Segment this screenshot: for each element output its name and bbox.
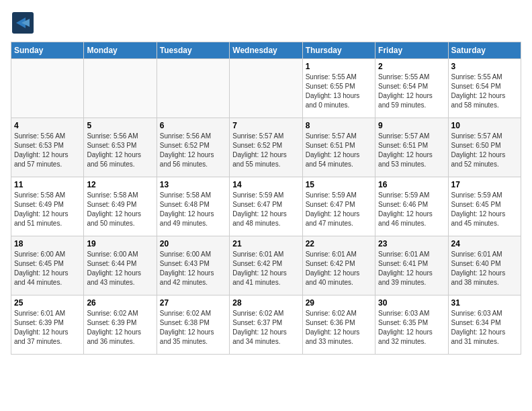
day-number: 30 [378, 298, 445, 308]
day-info: Sunrise: 5:57 AM Sunset: 6:50 PM Dayligh… [451, 132, 518, 169]
day-info: Sunrise: 6:00 AM Sunset: 6:44 PM Dayligh… [87, 250, 153, 287]
day-info: Sunrise: 5:59 AM Sunset: 6:47 PM Dayligh… [232, 191, 299, 228]
day-number: 10 [451, 121, 518, 130]
day-info: Sunrise: 6:00 AM Sunset: 6:43 PM Dayligh… [160, 250, 226, 287]
day-info: Sunrise: 5:57 AM Sunset: 6:51 PM Dayligh… [378, 132, 445, 169]
calendar-cell: 30Sunrise: 6:03 AM Sunset: 6:35 PM Dayli… [375, 295, 448, 355]
calendar-cell: 18Sunrise: 6:00 AM Sunset: 6:45 PM Dayli… [11, 236, 84, 295]
day-number: 21 [232, 239, 299, 248]
day-info: Sunrise: 6:03 AM Sunset: 6:35 PM Dayligh… [378, 309, 445, 347]
day-number: 31 [451, 298, 518, 308]
day-header-monday: Monday [84, 42, 157, 59]
day-number: 27 [160, 298, 226, 308]
day-info: Sunrise: 6:01 AM Sunset: 6:39 PM Dayligh… [14, 309, 81, 347]
day-number: 9 [378, 121, 445, 130]
day-info: Sunrise: 5:59 AM Sunset: 6:47 PM Dayligh… [306, 191, 372, 228]
calendar-cell: 21Sunrise: 6:01 AM Sunset: 6:42 PM Dayli… [230, 236, 302, 295]
calendar-cell: 2Sunrise: 5:55 AM Sunset: 6:54 PM Daylig… [375, 59, 448, 118]
day-header-sunday: Sunday [11, 42, 84, 59]
day-number: 7 [232, 121, 299, 130]
calendar-cell: 14Sunrise: 5:59 AM Sunset: 6:47 PM Dayli… [230, 177, 302, 236]
calendar-week-3: 11Sunrise: 5:58 AM Sunset: 6:49 PM Dayli… [11, 177, 521, 236]
day-header-friday: Friday [375, 42, 448, 59]
calendar-cell: 11Sunrise: 5:58 AM Sunset: 6:49 PM Dayli… [11, 177, 84, 236]
calendar-cell: 12Sunrise: 5:58 AM Sunset: 6:49 PM Dayli… [84, 177, 157, 236]
calendar-cell: 3Sunrise: 5:55 AM Sunset: 6:54 PM Daylig… [448, 59, 521, 118]
calendar-cell: 5Sunrise: 5:56 AM Sunset: 6:53 PM Daylig… [84, 118, 157, 177]
day-header-wednesday: Wednesday [230, 42, 302, 59]
calendar-week-4: 18Sunrise: 6:00 AM Sunset: 6:45 PM Dayli… [11, 236, 521, 295]
day-number: 2 [378, 62, 445, 71]
day-number: 8 [306, 121, 372, 130]
calendar-cell: 26Sunrise: 6:02 AM Sunset: 6:39 PM Dayli… [84, 295, 157, 355]
day-info: Sunrise: 5:55 AM Sunset: 6:54 PM Dayligh… [378, 73, 445, 110]
day-info: Sunrise: 6:00 AM Sunset: 6:45 PM Dayligh… [14, 250, 81, 287]
calendar-cell: 10Sunrise: 5:57 AM Sunset: 6:50 PM Dayli… [448, 118, 521, 177]
day-info: Sunrise: 6:02 AM Sunset: 6:37 PM Dayligh… [232, 309, 299, 347]
day-info: Sunrise: 6:02 AM Sunset: 6:39 PM Dayligh… [87, 309, 153, 347]
day-number: 20 [160, 239, 226, 248]
day-number: 16 [378, 180, 445, 189]
calendar-cell [230, 59, 302, 118]
day-info: Sunrise: 6:01 AM Sunset: 6:41 PM Dayligh… [378, 250, 445, 287]
day-info: Sunrise: 5:56 AM Sunset: 6:53 PM Dayligh… [14, 132, 81, 169]
day-number: 3 [451, 62, 518, 71]
day-number: 13 [160, 180, 226, 189]
day-number: 18 [14, 239, 81, 248]
day-info: Sunrise: 6:03 AM Sunset: 6:34 PM Dayligh… [451, 309, 518, 347]
day-info: Sunrise: 5:59 AM Sunset: 6:46 PM Dayligh… [378, 191, 445, 228]
day-number: 4 [14, 121, 81, 130]
calendar-table: SundayMondayTuesdayWednesdayThursdayFrid… [11, 42, 521, 355]
day-info: Sunrise: 5:56 AM Sunset: 6:52 PM Dayligh… [160, 132, 226, 169]
day-number: 28 [232, 298, 299, 308]
day-number: 6 [160, 121, 226, 130]
page-header [11, 11, 521, 35]
day-info: Sunrise: 6:02 AM Sunset: 6:38 PM Dayligh… [160, 309, 226, 347]
day-number: 12 [87, 180, 153, 189]
calendar-cell: 31Sunrise: 6:03 AM Sunset: 6:34 PM Dayli… [448, 295, 521, 355]
day-header-thursday: Thursday [302, 42, 375, 59]
calendar-cell: 16Sunrise: 5:59 AM Sunset: 6:46 PM Dayli… [375, 177, 448, 236]
calendar-cell: 1Sunrise: 5:55 AM Sunset: 6:55 PM Daylig… [302, 59, 375, 118]
calendar-cell: 20Sunrise: 6:00 AM Sunset: 6:43 PM Dayli… [157, 236, 229, 295]
day-number: 1 [306, 62, 372, 71]
day-info: Sunrise: 6:01 AM Sunset: 6:40 PM Dayligh… [451, 250, 518, 287]
calendar-cell: 17Sunrise: 5:59 AM Sunset: 6:45 PM Dayli… [448, 177, 521, 236]
day-number: 17 [451, 180, 518, 189]
day-info: Sunrise: 6:01 AM Sunset: 6:42 PM Dayligh… [306, 250, 372, 287]
day-info: Sunrise: 5:57 AM Sunset: 6:52 PM Dayligh… [232, 132, 299, 169]
calendar-cell: 15Sunrise: 5:59 AM Sunset: 6:47 PM Dayli… [302, 177, 375, 236]
calendar-cell [11, 59, 84, 118]
day-info: Sunrise: 5:55 AM Sunset: 6:54 PM Dayligh… [451, 73, 518, 110]
calendar-cell [157, 59, 229, 118]
day-info: Sunrise: 6:02 AM Sunset: 6:36 PM Dayligh… [306, 309, 372, 347]
calendar-cell: 6Sunrise: 5:56 AM Sunset: 6:52 PM Daylig… [157, 118, 229, 177]
calendar-cell: 23Sunrise: 6:01 AM Sunset: 6:41 PM Dayli… [375, 236, 448, 295]
day-info: Sunrise: 5:55 AM Sunset: 6:55 PM Dayligh… [306, 73, 372, 110]
day-header-tuesday: Tuesday [157, 42, 229, 59]
calendar-week-1: 1Sunrise: 5:55 AM Sunset: 6:55 PM Daylig… [11, 59, 521, 118]
calendar-cell: 28Sunrise: 6:02 AM Sunset: 6:37 PM Dayli… [230, 295, 302, 355]
day-number: 15 [306, 180, 372, 189]
day-info: Sunrise: 5:57 AM Sunset: 6:51 PM Dayligh… [306, 132, 372, 169]
calendar-week-5: 25Sunrise: 6:01 AM Sunset: 6:39 PM Dayli… [11, 295, 521, 355]
day-number: 22 [306, 239, 372, 248]
calendar-cell: 22Sunrise: 6:01 AM Sunset: 6:42 PM Dayli… [302, 236, 375, 295]
day-number: 5 [87, 121, 153, 130]
day-info: Sunrise: 5:58 AM Sunset: 6:49 PM Dayligh… [87, 191, 153, 228]
day-number: 25 [14, 298, 81, 308]
calendar-cell: 29Sunrise: 6:02 AM Sunset: 6:36 PM Dayli… [302, 295, 375, 355]
calendar-cell: 4Sunrise: 5:56 AM Sunset: 6:53 PM Daylig… [11, 118, 84, 177]
day-number: 24 [451, 239, 518, 248]
calendar-cell [84, 59, 157, 118]
day-info: Sunrise: 5:59 AM Sunset: 6:45 PM Dayligh… [451, 191, 518, 228]
calendar-cell: 24Sunrise: 6:01 AM Sunset: 6:40 PM Dayli… [448, 236, 521, 295]
day-number: 26 [87, 298, 153, 308]
day-number: 29 [306, 298, 372, 308]
day-number: 11 [14, 180, 81, 189]
day-number: 23 [378, 239, 445, 248]
day-info: Sunrise: 5:58 AM Sunset: 6:49 PM Dayligh… [14, 191, 81, 228]
calendar-cell: 25Sunrise: 6:01 AM Sunset: 6:39 PM Dayli… [11, 295, 84, 355]
day-header-saturday: Saturday [448, 42, 521, 59]
calendar-week-2: 4Sunrise: 5:56 AM Sunset: 6:53 PM Daylig… [11, 118, 521, 177]
